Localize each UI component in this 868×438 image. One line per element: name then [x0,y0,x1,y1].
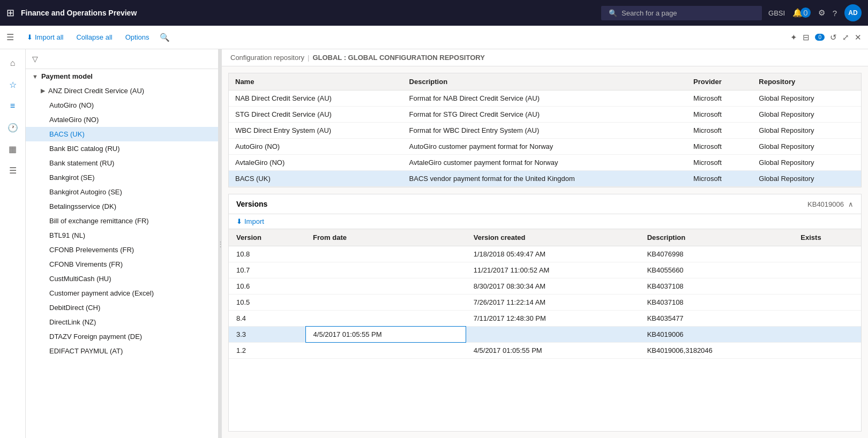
cell-name: BACS (UK) [229,171,403,187]
ver-col-description: Description [640,229,794,246]
avatar[interactable]: AD [844,4,862,21]
cell-description: KB4055660 [640,262,794,278]
cell-provider: Microsoft [687,90,752,107]
cell-exists [793,311,861,327]
tree-item-payment-model[interactable]: ▼ Payment model [26,69,218,84]
tree-item-btl91-label: BTL91 (NL) [49,231,85,239]
expand-icon[interactable]: ⤢ [842,33,849,42]
tree-item-cust-payment[interactable]: Customer payment advice (Excel) [26,286,218,300]
list-icon[interactable]: ☰ [3,161,23,180]
search-placeholder: Search for a page [622,9,677,17]
tree-item-cust-multi[interactable]: CustMultiCash (HU) [26,271,218,286]
app-title: Finance and Operations Preview [21,9,595,17]
table-row[interactable]: 10.5 7/26/2017 11:22:14 AM KB4037108 [229,294,861,311]
tree-item-bank-bic[interactable]: Bank BIC catalog (RU) [26,141,218,156]
tree-item-dtazv-label: DTAZV Foreign payment (DE) [49,333,142,341]
menu-icon[interactable]: ≡ [3,96,23,116]
table-row[interactable]: AvtaleGiro (NO) AvtaleGiro customer paym… [229,155,861,171]
table-row[interactable]: NAB Direct Credit Service (AU) Format fo… [229,90,861,107]
table-row[interactable]: AutoGiro (NO) AutoGiro customer payment … [229,139,861,155]
tree-item-bill-exchange[interactable]: Bill of exchange remittance (FR) [26,214,218,228]
toolbar-right-icons: ✦ ⊟ 0 ↺ ⤢ ✕ [790,33,862,42]
tree-item-debit-direct[interactable]: DebitDirect (CH) [26,300,218,315]
toolbar-search-icon[interactable]: 🔍 [160,33,170,42]
versions-table-wrap: Version From date Version created Descri… [229,229,861,431]
tree-item-bankgirot[interactable]: Bankgirot (SE) [26,170,218,185]
payment-model-label: Payment model [41,72,93,80]
grid-icon[interactable]: ⊞ [6,7,14,19]
cell-from-date [305,246,466,262]
cell-from-date [305,262,466,278]
tree-item-autogiro-label: AutoGiro (NO) [49,101,94,109]
cell-name: AutoGiro (NO) [229,139,403,155]
cell-from-date [305,278,466,294]
cell-name: WBC Direct Entry System (AU) [229,123,403,139]
cell-repository: Global Repository [752,139,861,155]
table-row[interactable]: 3.3 4/5/2017 01:05:55 PM KB4019006 [229,327,861,343]
cell-provider: Microsoft [687,155,752,171]
options-button[interactable]: Options [121,31,154,43]
breadcrumb-separator: | [308,54,309,62]
tree-item-autogiro[interactable]: AutoGiro (NO) [26,98,218,112]
clock-icon[interactable]: 🕐 [3,118,23,137]
table-row[interactable]: STG Direct Credit Service (AU) Format fo… [229,107,861,123]
toolbar: ☰ ⬇ Import all Collapse all Options 🔍 ✦ … [0,26,868,49]
tree-item-btl91[interactable]: BTL91 (NL) [26,228,218,243]
close-icon[interactable]: ✕ [855,33,862,42]
tree-item-cfonb-prev[interactable]: CFONB Prelevements (FR) [26,243,218,257]
grid2-icon[interactable]: ▦ [3,139,23,158]
tree-item-anz[interactable]: ▶ ANZ Direct Credit Service (AU) [26,84,218,98]
help-icon[interactable]: ? [833,9,837,18]
import-button[interactable]: ⬇ Import [229,214,861,229]
search-icon: 🔍 [609,9,617,17]
table-row[interactable]: WBC Direct Entry System (AU) Format for … [229,123,861,139]
table-row[interactable]: 8.4 7/11/2017 12:48:30 PM KB4035477 [229,311,861,327]
tree-item-bacs[interactable]: BACS (UK) [26,127,218,141]
cell-description: KB4076998 [640,246,794,262]
col-name: Name [229,73,403,90]
cell-version-created: 7/11/2017 12:48:30 PM [466,311,640,327]
view-icon[interactable]: ⊟ [803,33,810,42]
cell-description: Format for WBC Direct Entry System (AU) [403,123,687,139]
notification-icon[interactable]: 🔔 0 [792,8,811,18]
table-row[interactable]: BACS (UK) BACS vendor payment format for… [229,171,861,187]
table-row[interactable]: 10.6 8/30/2017 08:30:34 AM KB4037108 [229,278,861,294]
hamburger-icon[interactable]: ☰ [6,32,14,42]
tree-item-bill-exchange-label: Bill of exchange remittance (FR) [49,217,149,225]
favorite-icon[interactable]: ✦ [790,33,797,42]
filter-icon[interactable]: ▽ [32,55,38,63]
star-icon[interactable]: ☆ [3,75,23,94]
tree-item-bank-bic-label: Bank BIC catalog (RU) [49,145,120,153]
table-row[interactable]: 10.8 1/18/2018 05:49:47 AM KB4076998 [229,246,861,262]
tree-item-cfonb-vir[interactable]: CFONB Virements (FR) [26,257,218,271]
search-box[interactable]: 🔍 Search for a page [601,6,762,20]
tree-item-directlink-label: DirectLink (NZ) [49,318,96,326]
sidebar: ▽ ▼ Payment model ▶ ANZ Direct Credit Se… [26,49,219,438]
collapse-all-button[interactable]: Collapse all [72,31,116,43]
settings-icon[interactable]: ⚙ [818,8,825,18]
org-label: GBSI [768,9,785,17]
import-all-button[interactable]: ⬇ Import all [23,31,68,43]
refresh-icon[interactable]: ↺ [830,33,837,42]
cell-description: BACS vendor payment format for the Unite… [403,171,687,187]
tree-item-avtalegiro[interactable]: AvtaleGiro (NO) [26,112,218,127]
tree-item-bankgirot-auto[interactable]: Bankgirot Autogiro (SE) [26,185,218,199]
tree-item-betalings-label: Betalingsservice (DK) [49,202,116,210]
cell-version-created [466,327,640,343]
cell-version: 10.5 [229,294,305,311]
import-icon: ⬇ [236,217,242,225]
col-provider: Provider [687,73,752,90]
config-table-container: Name Description Provider Repository NAB… [228,73,862,187]
ver-col-from-date: From date [305,229,466,246]
table-row[interactable]: 10.7 11/21/2017 11:00:52 AM KB4055660 [229,262,861,278]
tree-item-betalings[interactable]: Betalingsservice (DK) [26,199,218,214]
tree-item-edifact[interactable]: EDIFACT PAYMUL (AT) [26,344,218,358]
home-icon[interactable]: ⌂ [3,54,23,73]
tree-item-edifact-label: EDIFACT PAYMUL (AT) [49,347,123,355]
table-row[interactable]: 1.2 4/5/2017 01:05:55 PM KB4019006,31820… [229,343,861,359]
versions-chevron-icon[interactable]: ∧ [848,200,854,208]
tree-item-directlink[interactable]: DirectLink (NZ) [26,315,218,329]
ver-col-exists: Exists [793,229,861,246]
tree-item-dtazv[interactable]: DTAZV Foreign payment (DE) [26,329,218,344]
tree-item-bank-stmt[interactable]: Bank statement (RU) [26,156,218,170]
